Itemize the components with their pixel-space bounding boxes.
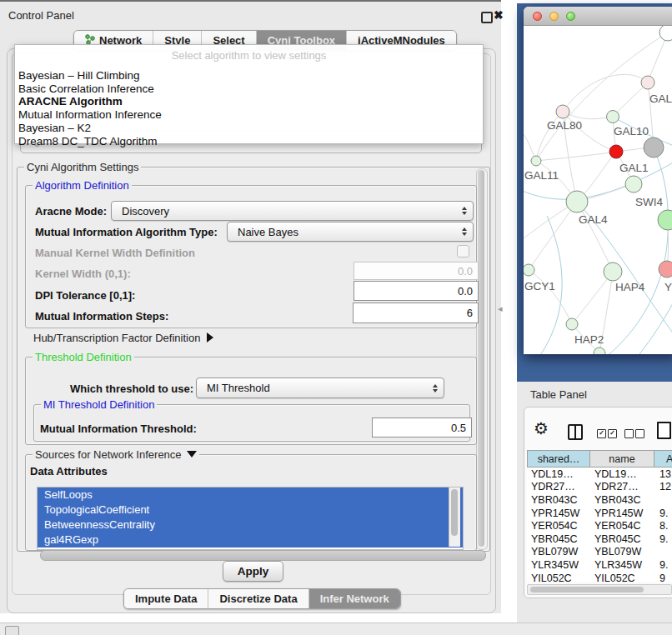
network-node[interactable] bbox=[644, 138, 664, 158]
algorithm-option-bayesian-k2[interactable]: Bayesian – K2 bbox=[15, 122, 483, 135]
algorithm-option-basic-correlation-inference[interactable]: Basic Correlation Inference bbox=[15, 82, 483, 96]
network-window-titlebar[interactable] bbox=[524, 7, 672, 26]
table-row[interactable]: YPR145WYPR145W9. bbox=[527, 507, 672, 520]
network-node-label: GAL4 bbox=[579, 213, 608, 226]
table-row[interactable]: YER054CYER054C8. bbox=[527, 519, 672, 532]
algorithm-definition-title: Algorithm Definition bbox=[33, 179, 132, 192]
export-table-icon[interactable] bbox=[657, 422, 671, 439]
data-attribute-option-gal4rgexp[interactable]: gal4RGexp bbox=[38, 532, 463, 548]
table-cell: YBL079W bbox=[527, 546, 590, 558]
scrollbar-thumb[interactable] bbox=[478, 170, 484, 547]
kernel-width-input[interactable]: 0.0 bbox=[354, 262, 479, 280]
which-threshold-label: Which threshold to use: bbox=[70, 382, 193, 395]
table-cell: 13 bbox=[654, 468, 672, 480]
network-node-gcy1[interactable] bbox=[524, 264, 534, 276]
network-node[interactable] bbox=[659, 26, 672, 41]
algorithm-option-dream8-dc-tdc-algorithm[interactable]: Dream8 DC_TDC Algorithm bbox=[15, 135, 483, 148]
collapse-arrow-icon[interactable] bbox=[187, 451, 197, 458]
minimize-window-icon[interactable] bbox=[549, 12, 559, 21]
apply-button[interactable]: Apply bbox=[223, 561, 283, 582]
table-cell: YDR27… bbox=[590, 481, 654, 492]
columns-icon[interactable] bbox=[568, 424, 583, 440]
tab-label: Discretize Data bbox=[219, 592, 297, 605]
network-node-swi4[interactable] bbox=[658, 210, 672, 230]
table-row[interactable]: YDR27…YDR27…12 bbox=[527, 481, 672, 494]
table-row[interactable]: YIL052CYIL052C9 bbox=[527, 572, 672, 582]
deselect-all-icon[interactable] bbox=[635, 429, 644, 438]
network-node-gal[interactable] bbox=[641, 76, 654, 89]
table-cell: YIL052C bbox=[590, 572, 654, 582]
tab-impute-data[interactable]: Impute Data bbox=[124, 589, 208, 608]
algorithm-option-aracne-algorithm[interactable]: ARACNE Algorithm bbox=[15, 95, 483, 108]
attributes-scrollbar[interactable] bbox=[449, 488, 460, 547]
network-node[interactable] bbox=[609, 145, 623, 158]
zoom-window-icon[interactable] bbox=[566, 12, 575, 21]
network-node[interactable] bbox=[594, 348, 605, 354]
network-node-gal11[interactable] bbox=[531, 156, 541, 166]
network-node-gal1[interactable] bbox=[625, 176, 642, 192]
settings-vertical-scrollbar[interactable] bbox=[476, 168, 488, 550]
combo-stepper-icon[interactable] bbox=[429, 384, 441, 392]
table-cell: YBR043C bbox=[527, 494, 590, 506]
float-window-icon[interactable] bbox=[481, 12, 493, 23]
panel-divider-collapse-icon[interactable]: ◂ bbox=[498, 303, 503, 314]
network-node-hap4[interactable] bbox=[604, 262, 622, 281]
combo-stepper-icon[interactable] bbox=[459, 228, 470, 236]
table-row[interactable]: YBR043CYBR043C bbox=[527, 493, 672, 507]
scrollbar-thumb[interactable] bbox=[530, 587, 644, 592]
table-row[interactable]: YBR045CYBR045C9. bbox=[527, 532, 672, 546]
table-cell: YBR045C bbox=[527, 533, 590, 545]
data-attribute-option-selfloops[interactable]: SelfLoops bbox=[38, 488, 463, 502]
scrollbar-thumb[interactable] bbox=[451, 489, 458, 536]
tab-label: Infer Network bbox=[320, 592, 389, 605]
algorithm-option-bayesian-hill-climbing[interactable]: Bayesian – Hill Climbing bbox=[15, 69, 483, 82]
network-node-label: GAL10 bbox=[614, 125, 649, 138]
network-node-y[interactable] bbox=[659, 261, 672, 278]
mi-algorithm-type-select[interactable]: Naive Bayes bbox=[227, 222, 474, 242]
deselect-all-icon[interactable] bbox=[624, 429, 634, 438]
mi-threshold-input[interactable]: 0.5 bbox=[372, 418, 472, 438]
mi-algorithm-type-value: Naive Bayes bbox=[228, 226, 459, 238]
close-window-icon[interactable] bbox=[533, 12, 542, 21]
table-horizontal-scrollbar[interactable] bbox=[527, 584, 672, 595]
sources-title[interactable]: Sources for Network Inference bbox=[33, 448, 199, 461]
mi-steps-input[interactable]: 6 bbox=[353, 302, 479, 323]
network-node-gal4[interactable] bbox=[566, 191, 588, 212]
combo-stepper-icon[interactable] bbox=[459, 207, 470, 215]
network-view-window: GALGAL80GAL10GAL11GAL1GAL4SWI4GCY1HAP4YH… bbox=[524, 7, 672, 354]
network-node-gal10[interactable] bbox=[607, 111, 619, 123]
network-canvas[interactable]: GALGAL80GAL10GAL11GAL1GAL4SWI4GCY1HAP4YH… bbox=[524, 26, 672, 354]
data-attribute-option-topologicalcoefficient[interactable]: TopologicalCoefficient bbox=[38, 502, 463, 518]
settings-horizontal-scrollbar[interactable] bbox=[40, 550, 486, 561]
tab-discretize-data[interactable]: Discretize Data bbox=[208, 589, 308, 608]
kernel-width-label: Kernel Width (0,1): bbox=[35, 268, 131, 280]
gear-icon[interactable]: ⚙ bbox=[534, 420, 549, 437]
data-attribute-option-betweennesscentrality[interactable]: BetweennessCentrality bbox=[38, 518, 463, 532]
tab-infer-network[interactable]: Infer Network bbox=[309, 589, 400, 608]
data-attributes-list: SelfLoopsTopologicalCoefficientBetweenne… bbox=[37, 487, 464, 550]
manual-kernel-width-checkbox[interactable] bbox=[457, 245, 469, 258]
table-row[interactable]: YDL19…YDL19…13 bbox=[527, 468, 672, 481]
network-node-hap2[interactable] bbox=[566, 318, 578, 330]
table-cell: YPR145W bbox=[527, 508, 590, 519]
aracne-mode-select[interactable]: Discovery bbox=[111, 201, 474, 221]
expand-arrow-icon[interactable] bbox=[207, 332, 213, 342]
table-cell: YDL19… bbox=[527, 468, 590, 480]
bottom-corner-button[interactable] bbox=[5, 626, 19, 635]
algorithm-dropdown: Select algorithm to view settings Bayesi… bbox=[14, 44, 484, 144]
select-all-icon[interactable]: ✓ bbox=[608, 429, 617, 438]
algorithm-option-mutual-information-inference[interactable]: Mutual Information Inference bbox=[15, 108, 483, 122]
hub-definition-expander[interactable]: Hub/Transcription Factor Definition bbox=[33, 332, 213, 344]
which-threshold-select[interactable]: MI Threshold bbox=[196, 378, 444, 398]
column-header-2[interactable]: A bbox=[654, 450, 672, 468]
table-row[interactable]: YBL079WYBL079W bbox=[527, 546, 672, 559]
bottom-panel-strip bbox=[0, 622, 672, 635]
table-row[interactable]: YLR345WYLR345W9. bbox=[527, 558, 672, 572]
select-all-icon[interactable]: ✓ bbox=[597, 429, 606, 438]
table-cell: YBR043C bbox=[590, 494, 654, 506]
column-header-1[interactable]: name bbox=[589, 450, 654, 468]
close-icon[interactable]: ✖ bbox=[494, 8, 504, 22]
dpi-tolerance-input[interactable]: 0.0 bbox=[354, 281, 479, 301]
network-node-gal80[interactable] bbox=[556, 105, 569, 118]
column-header-0[interactable]: shared… bbox=[527, 450, 590, 468]
